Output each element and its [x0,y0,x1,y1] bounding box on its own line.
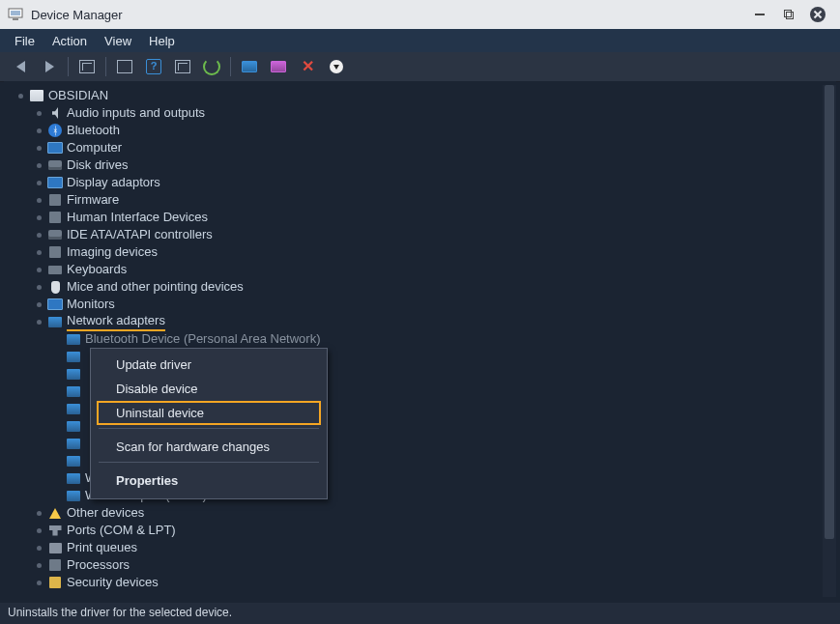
expander-icon[interactable] [34,560,44,571]
disable-icon [271,61,286,72]
category-imaging[interactable]: Imaging devices [6,243,832,261]
properties-icon [117,60,132,73]
app-icon [8,7,23,22]
display-icon [47,175,63,190]
menu-help[interactable]: Help [140,32,184,50]
ctx-scan-hardware[interactable]: Scan for hardware changes [97,435,321,459]
window-title: Device Manager [31,8,123,22]
bluetooth-icon: ᚼ [47,123,63,138]
show-hide-console-tree-button[interactable] [74,54,100,79]
expander-icon[interactable] [34,543,44,553]
expander-icon[interactable] [34,126,44,136]
forward-button[interactable] [37,54,62,79]
netadapter-icon [66,401,81,416]
expander-icon[interactable] [34,230,44,241]
category-monitors[interactable]: Monitors [6,296,832,313]
back-button[interactable] [8,54,33,79]
category-bluetooth[interactable]: ᚼBluetooth [6,122,832,139]
minimize-button[interactable] [745,0,774,29]
monitors-icon [47,297,63,312]
expander-icon[interactable] [34,508,44,519]
back-icon [16,61,25,72]
update-driver-button[interactable] [237,54,262,79]
netadapter-icon [66,453,81,468]
expander-icon[interactable] [34,143,44,154]
category-printq[interactable]: Print queues [6,539,832,556]
expander-icon[interactable] [34,213,44,223]
ctx-uninstall-device[interactable]: Uninstall device [97,401,321,425]
expander-icon[interactable] [34,178,44,188]
toolbar: ? ✕ [0,52,840,82]
update-driver-icon [242,61,257,72]
expander-icon[interactable] [34,525,44,536]
category-other[interactable]: Other devices [6,504,832,522]
toolbar-separator [105,57,106,76]
tree-pane: OBSIDIAN Audio inputs and outputs ᚼBluet… [4,81,836,601]
dropdown-button[interactable] [324,54,349,79]
expander-icon[interactable] [34,247,44,258]
scan-hardware-button[interactable] [199,54,224,79]
category-ports[interactable]: Ports (COM & LPT) [6,522,832,539]
titlebar: Device Manager [0,0,840,29]
expander-icon[interactable] [34,108,44,119]
expander-icon[interactable] [15,91,26,101]
context-menu: Update driver Disable device Uninstall d… [90,348,328,499]
category-firmware[interactable]: Firmware [6,191,832,209]
uninstall-device-button[interactable]: ✕ [295,54,320,79]
vertical-scrollbar[interactable] [823,85,836,597]
toolbar-separator [230,57,231,76]
netadapter-icon [66,366,81,382]
ctx-properties[interactable]: Properties [97,468,321,493]
expander-icon[interactable] [34,160,44,171]
expander-icon[interactable] [34,578,44,588]
category-network[interactable]: Network adapters [6,313,832,330]
category-ide[interactable]: IDE ATA/ATAPI controllers [6,226,832,243]
device-bt-pan[interactable]: Bluetooth Device (Personal Area Network) [6,330,832,348]
mouse-icon [47,279,63,295]
status-text: Uninstalls the driver for the selected d… [8,606,232,619]
netadapter-icon [66,349,81,364]
menu-file[interactable]: File [6,32,43,50]
properties-button[interactable] [112,54,137,79]
category-processors[interactable]: Processors [6,556,832,574]
expander-icon[interactable] [34,317,44,327]
action-options-button[interactable] [170,54,195,79]
category-audio[interactable]: Audio inputs and outputs [6,104,832,122]
hid-icon [47,210,63,225]
menu-view[interactable]: View [96,32,140,50]
category-display[interactable]: Display adaptors [6,174,832,191]
help-icon: ? [146,59,161,74]
category-security[interactable]: Security devices [6,574,832,591]
expander-icon[interactable] [34,299,44,310]
menu-action[interactable]: Action [43,32,96,50]
category-mice[interactable]: Mice and other pointing devices [6,278,832,296]
ide-icon [47,227,63,242]
speaker-icon [47,105,63,121]
ctx-disable-device[interactable]: Disable device [97,377,321,401]
disable-device-button[interactable] [266,54,291,79]
netadapter-icon [66,383,81,399]
category-keyboards[interactable]: Keyboards [6,261,832,278]
scan-icon [203,58,220,75]
scrollbar-thumb[interactable] [825,85,834,539]
tree-root[interactable]: OBSIDIAN [6,87,832,104]
device-manager-window: Device Manager File Action View Help ? ✕ [0,0,840,624]
expander-icon[interactable] [34,265,44,275]
netadapter-icon [66,470,81,486]
device-tree[interactable]: OBSIDIAN Audio inputs and outputs ᚼBluet… [4,81,836,597]
cpu-icon [47,557,63,573]
forward-icon [45,61,54,72]
category-computer[interactable]: Computer [6,139,832,156]
category-disk[interactable]: Disk drives [6,156,832,174]
network-icon [47,314,63,329]
chip-icon [47,192,63,208]
maximize-button[interactable] [774,0,803,29]
close-button[interactable] [803,0,832,29]
expander-icon[interactable] [34,195,44,206]
expander-icon[interactable] [34,282,44,293]
svg-rect-1 [11,11,20,15]
category-hid[interactable]: Human Interface Devices [6,209,832,226]
help-button[interactable]: ? [141,54,166,79]
ctx-update-driver[interactable]: Update driver [97,353,321,377]
ctx-separator [99,462,319,463]
